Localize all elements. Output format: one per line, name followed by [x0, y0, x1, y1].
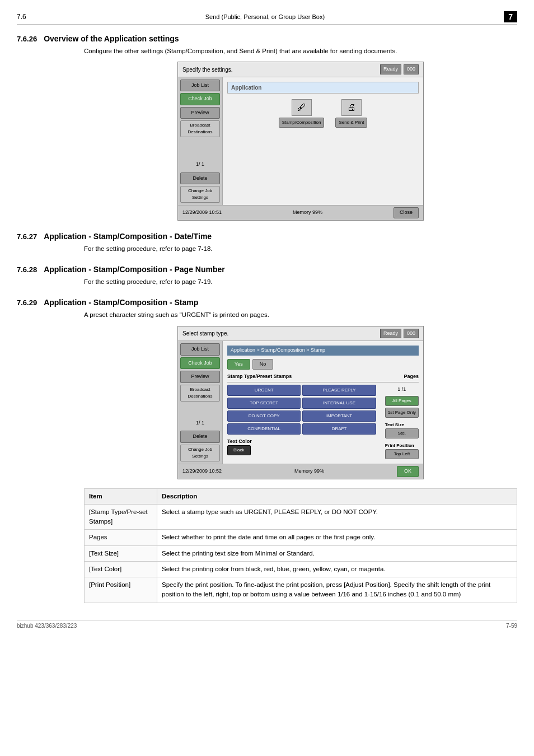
table-cell-desc-4: Specify the print position. To fine-adju… [157, 577, 517, 603]
stamp-ui-mockup: Select stamp type. Ready 000 Job List Ch… [177, 326, 424, 479]
table-header-desc: Description [157, 488, 517, 504]
section-7627-num: 7.6.27 [17, 232, 37, 241]
sidebar-delete[interactable]: Delete [180, 172, 220, 185]
stamp-ui-main: Job List Check Job Preview BroadcastDest… [178, 341, 423, 464]
stamp-bottom-mem: Memory 99% [294, 468, 324, 475]
sidebar-check-job[interactable]: Check Job [180, 93, 220, 105]
stamp-yes-btn[interactable]: Yes [227, 359, 250, 370]
stamp-text-size-section: Text Size Std. [385, 422, 419, 438]
ui-content-title: Application [227, 82, 419, 94]
table-cell-item-4: [Print Position] [85, 577, 157, 603]
stamp-internal-use-btn[interactable]: INTERNAL USE [302, 398, 376, 409]
section-7627-heading: 7.6.27 Application - Stamp/Composition -… [17, 232, 517, 241]
stamp-ui-content: Application > Stamp/Composition > Stamp … [223, 341, 423, 464]
stamp-right-col: 1 /1 All Pages 1st Page Only Text Size S… [385, 385, 419, 460]
stamp-please-reply-btn[interactable]: PLEASE REPLY [302, 385, 376, 396]
stamp-do-not-copy-btn[interactable]: DO NOT COPY [227, 410, 301, 422]
section-7626-title: Overview of the Application settings [44, 34, 179, 43]
section-7629-heading: 7.6.29 Application - Stamp/Composition -… [17, 298, 517, 307]
section-7629-body: A preset character string such as "URGEN… [84, 310, 517, 603]
description-table: Item Description [Stamp Type/Pre-set Sta… [84, 488, 517, 603]
section-7628-num: 7.6.28 [17, 265, 37, 274]
stamp-section-header: Stamp Type/Preset Stamps Pages [227, 373, 419, 382]
stamp-bottom-bar: 12/29/2009 10:52 Memory 99% OK [178, 464, 423, 479]
table-row: PagesSelect whether to print the date an… [85, 530, 517, 545]
stamp-print-pos-val[interactable]: Top Left [385, 449, 419, 459]
table-header-item: Item [85, 488, 157, 504]
stamp-important-btn[interactable]: IMPORTANT [302, 410, 376, 422]
stamp-draft-btn[interactable]: DRAFT [302, 423, 376, 435]
table-cell-desc-1: Select whether to print the date and tim… [157, 530, 517, 545]
send-print-label: Send & Print [335, 118, 367, 128]
stamp-first-page-btn[interactable]: 1st Page Only [385, 408, 419, 418]
ui-top-bar-right: Ready 000 [380, 64, 419, 74]
send-print-icon-item[interactable]: 🖨 Send & Print [335, 99, 367, 128]
stamp-composition-icon-item[interactable]: 🖋 Stamp/Composition [279, 99, 325, 128]
stamp-yes-no-row: Yes No [227, 359, 419, 370]
stamp-sidebar-page-num: 1/ 1 [180, 419, 220, 427]
section-7627-body: For the setting procedure, refer to page… [84, 244, 517, 254]
stamp-status-count: 000 [404, 329, 419, 339]
section-7626-num: 7.6.26 [17, 35, 37, 43]
stamp-text-size-val[interactable]: Std. [385, 428, 419, 438]
page-number-box: 7 [504, 11, 517, 22]
stamp-pages-label: Pages [404, 373, 419, 381]
stamp-left-col: URGENT PLEASE REPLY TOP SECRET INTERNAL … [227, 385, 376, 456]
section-7628-text: For the setting procedure, refer to page… [84, 277, 517, 287]
stamp-breadcrumb: Application > Stamp/Composition > Stamp [227, 346, 419, 356]
stamp-top-bar-text: Select stamp type. [182, 329, 228, 338]
ui-bottom-bar: 12/29/2009 10:51 Memory 99% Close [178, 205, 423, 220]
stamp-text-size-label: Text Size [385, 422, 419, 428]
stamp-sidebar-job-list[interactable]: Job List [180, 343, 220, 356]
page-footer: bizhub 423/363/283/223 7-59 [17, 620, 517, 629]
stamp-top-bar-right: Ready 000 [380, 329, 419, 339]
send-print-icon: 🖨 [341, 99, 362, 116]
ui-top-bar-text: Specify the settings. [182, 66, 233, 74]
section-7628-heading: 7.6.28 Application - Stamp/Composition -… [17, 265, 517, 274]
header-section-ref: 7.6 [17, 13, 26, 21]
table-cell-item-0: [Stamp Type/Pre-set Stamps] [85, 504, 157, 530]
table-cell-item-1: Pages [85, 530, 157, 545]
table-row: [Stamp Type/Pre-set Stamps]Select a stam… [85, 504, 517, 530]
section-7629-num: 7.6.29 [17, 298, 37, 307]
ui-bottom-mem: Memory 99% [293, 209, 322, 217]
page-header: 7.6 Send (Public, Personal, or Group Use… [17, 11, 517, 25]
sidebar-preview[interactable]: Preview [180, 107, 220, 119]
stamp-sidebar: Job List Check Job Preview BroadcastDest… [178, 341, 223, 464]
stamp-text-color-row: Text Color Black [227, 438, 376, 456]
stamp-sidebar-preview[interactable]: Preview [180, 371, 220, 383]
sidebar-broadcast[interactable]: BroadcastDestinations [180, 120, 220, 137]
ui-content: Application 🖋 Stamp/Composition 🖨 Send &… [223, 77, 423, 206]
table-cell-item-2: [Text Size] [85, 545, 157, 561]
stamp-ok-btn[interactable]: OK [397, 466, 419, 477]
stamp-top-secret-btn[interactable]: TOP SECRET [227, 398, 301, 409]
ui-close-btn[interactable]: Close [394, 207, 419, 218]
sidebar-job-list[interactable]: Job List [180, 80, 220, 92]
stamp-text-color-label: Text Color [227, 438, 376, 446]
table-cell-desc-0: Select a stamp type such as URGENT, PLEA… [157, 504, 517, 530]
stamp-sidebar-check-job[interactable]: Check Job [180, 357, 220, 370]
stamp-color-btn[interactable]: Black [227, 445, 251, 455]
page-number: 7 [508, 12, 513, 21]
stamp-page-num-display: 1 /1 [385, 386, 419, 394]
footer-right: 7-59 [506, 623, 517, 629]
stamp-sidebar-broadcast[interactable]: BroadcastDestinations [180, 385, 220, 402]
stamp-status-icon: Ready [380, 329, 401, 339]
section-7628-title: Application - Stamp/Composition - Page N… [44, 265, 225, 274]
section-7628-body: For the setting procedure, refer to page… [84, 277, 517, 287]
stamp-composition-icon: 🖋 [292, 99, 312, 116]
stamp-all-pages-btn[interactable]: All Pages [385, 396, 419, 406]
section-7626-heading: 7.6.26 Overview of the Application setti… [17, 34, 517, 43]
stamp-urgent-btn[interactable]: URGENT [227, 385, 301, 396]
section-7626-text: Configure the other settings (Stamp/Comp… [84, 46, 517, 56]
stamp-ui-top-bar: Select stamp type. Ready 000 [178, 326, 423, 342]
section-7626-body: Configure the other settings (Stamp/Comp… [84, 46, 517, 221]
stamp-sidebar-change-job[interactable]: Change JobSettings [180, 445, 220, 461]
stamp-no-btn[interactable]: No [252, 359, 274, 370]
application-ui-mockup: Specify the settings. Ready 000 Job List… [177, 62, 424, 221]
section-7627-text: For the setting procedure, refer to page… [84, 244, 517, 254]
stamp-sidebar-delete[interactable]: Delete [180, 431, 220, 443]
sidebar-change-job[interactable]: Change JobSettings [180, 186, 220, 203]
stamp-confidential-btn[interactable]: CONFIDENTIAL [227, 423, 301, 435]
section-7627-title: Application - Stamp/Composition - Date/T… [44, 232, 212, 241]
